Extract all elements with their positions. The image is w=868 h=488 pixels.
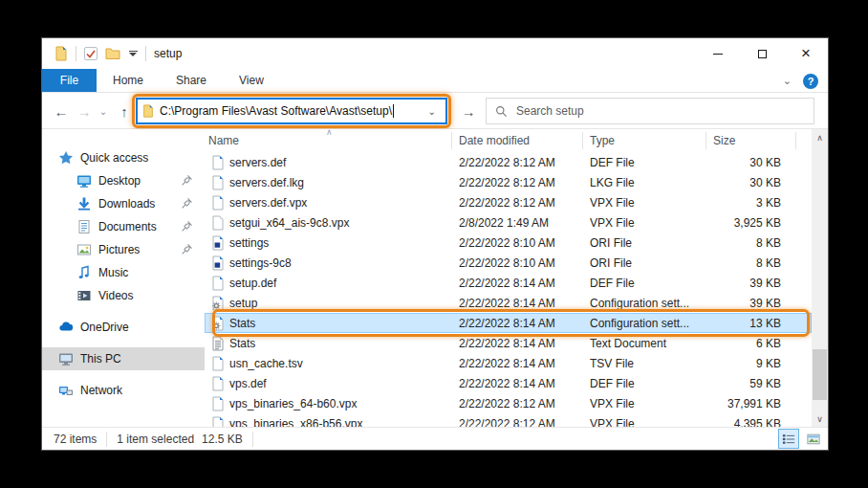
scroll-up-icon[interactable]: ∧ bbox=[812, 129, 828, 145]
file-type: VPX File bbox=[590, 417, 705, 428]
details-view-button[interactable] bbox=[778, 429, 799, 449]
file-type-icon bbox=[210, 336, 226, 351]
help-icon[interactable]: ? bbox=[803, 74, 818, 89]
file-row[interactable]: setup.def 2/22/2022 8:14 AM DEF File 39 … bbox=[205, 273, 812, 293]
tab-share[interactable]: Share bbox=[160, 69, 223, 92]
file-row[interactable]: settings 2/22/2022 8:10 AM ORI File 8 KB bbox=[205, 233, 812, 253]
file-type: VPX File bbox=[590, 397, 705, 410]
new-folder-icon[interactable] bbox=[105, 46, 120, 61]
file-row[interactable]: servers.def 2/22/2022 8:12 AM DEF File 3… bbox=[205, 152, 812, 172]
column-divider[interactable] bbox=[705, 132, 706, 149]
file-date-modified: 2/22/2022 8:14 AM bbox=[459, 297, 590, 310]
app-icon[interactable] bbox=[54, 46, 69, 61]
file-date-modified: 2/22/2022 8:14 AM bbox=[459, 277, 590, 290]
file-type: TSV File bbox=[590, 357, 705, 370]
file-row[interactable]: vps.def 2/22/2022 8:14 AM DEF File 59 KB bbox=[205, 373, 812, 393]
file-name: setgui_x64_ais-9c8.vpx bbox=[229, 216, 459, 230]
sidebar-item-icon bbox=[76, 265, 92, 280]
tab-file[interactable]: File bbox=[42, 69, 97, 92]
file-row[interactable]: servers.def.vpx 2/22/2022 8:12 AM VPX Fi… bbox=[205, 192, 812, 212]
column-header-date-modified[interactable]: Date modified bbox=[459, 134, 530, 147]
sidebar-item[interactable]: Network bbox=[42, 379, 205, 402]
forward-button[interactable]: → bbox=[73, 93, 96, 129]
sidebar-item[interactable]: Videos bbox=[42, 284, 205, 307]
sidebar-item[interactable]: Quick access bbox=[42, 146, 205, 169]
file-row[interactable]: Stats 2/22/2022 8:14 AM Configuration se… bbox=[205, 313, 812, 333]
sidebar-item[interactable]: Music bbox=[42, 261, 205, 284]
file-name: servers.def.vpx bbox=[229, 196, 459, 210]
file-type: ORI File bbox=[590, 256, 705, 270]
file-name: settings bbox=[229, 236, 459, 250]
separator bbox=[76, 46, 76, 61]
sidebar-item[interactable]: Pictures bbox=[42, 238, 205, 261]
sidebar-item-icon bbox=[58, 383, 74, 398]
column-header-name[interactable]: Name bbox=[208, 134, 239, 147]
close-icon: × bbox=[801, 44, 811, 63]
tab-view[interactable]: View bbox=[223, 69, 280, 92]
file-row[interactable]: settings-9c8 2/22/2022 8:10 AM ORI File … bbox=[205, 253, 812, 273]
pin-icon bbox=[181, 220, 193, 233]
navigation-pane: Quick access Desktop Downloads Documents bbox=[42, 129, 205, 427]
file-name: settings-9c8 bbox=[229, 256, 459, 270]
file-name: vps.def bbox=[229, 377, 459, 390]
ribbon-tab-bar: File Home Share View ⌄ ? bbox=[42, 69, 828, 93]
expand-ribbon-chevron-icon[interactable]: ⌄ bbox=[783, 75, 792, 87]
file-row[interactable]: vps_binaries_x86-b56.vpx 2/22/2022 8:12 … bbox=[205, 413, 812, 427]
file-type-icon bbox=[210, 155, 226, 170]
file-type-icon bbox=[210, 175, 226, 190]
customize-toolbar-chevron-icon[interactable] bbox=[127, 51, 139, 56]
pin-icon bbox=[181, 243, 193, 255]
tab-home[interactable]: Home bbox=[97, 69, 160, 92]
recent-locations-chevron-icon[interactable]: ⌄ bbox=[96, 93, 111, 129]
file-type-icon bbox=[210, 376, 226, 391]
selection-count: 1 item selected bbox=[107, 433, 196, 446]
column-header-type[interactable]: Type bbox=[590, 134, 615, 147]
file-type-icon bbox=[210, 276, 226, 291]
file-size: 13 KB bbox=[705, 317, 781, 330]
file-row[interactable]: setgui_x64_ais-9c8.vpx 2/8/2022 1:49 AM … bbox=[205, 212, 812, 233]
search-placeholder: Search setup bbox=[516, 104, 584, 118]
sidebar-item-icon bbox=[76, 242, 92, 257]
address-dropdown-chevron-icon[interactable]: ⌄ bbox=[423, 106, 442, 117]
file-size: 30 KB bbox=[705, 176, 781, 189]
column-divider[interactable] bbox=[795, 132, 796, 149]
file-type-icon bbox=[210, 316, 226, 331]
sidebar-item[interactable]: Documents bbox=[42, 215, 205, 238]
file-row[interactable]: setup 2/22/2022 8:14 AM Configuration se… bbox=[205, 293, 812, 313]
file-type-icon bbox=[210, 215, 226, 231]
minimize-icon bbox=[713, 54, 723, 55]
close-button[interactable]: × bbox=[784, 38, 828, 69]
sidebar-item[interactable]: Desktop bbox=[42, 169, 205, 192]
file-row[interactable]: Stats 2/22/2022 8:14 AM Text Document 6 … bbox=[205, 333, 812, 353]
column-header-size[interactable]: Size bbox=[713, 134, 735, 147]
file-type: DEF File bbox=[590, 277, 705, 290]
minimize-button[interactable] bbox=[696, 38, 740, 69]
go-to-button[interactable]: → bbox=[457, 93, 480, 129]
sidebar-item[interactable]: This PC bbox=[42, 347, 205, 370]
file-row[interactable]: vps_binaries_64-b60.vpx 2/22/2022 8:12 A… bbox=[205, 393, 812, 413]
address-bar-input[interactable]: C:\Program Files\Avast Software\Avast\se… bbox=[136, 98, 447, 124]
file-type: Configuration sett... bbox=[590, 317, 705, 330]
thumbnails-view-button[interactable] bbox=[803, 429, 824, 449]
vertical-scrollbar[interactable]: ∧ ∨ bbox=[812, 129, 828, 427]
column-divider[interactable] bbox=[582, 132, 583, 149]
file-type: ORI File bbox=[590, 236, 705, 250]
file-date-modified: 2/22/2022 8:12 AM bbox=[459, 156, 590, 169]
back-button[interactable]: ← bbox=[50, 93, 73, 129]
sidebar-item-icon bbox=[76, 173, 92, 189]
search-box[interactable]: Search setup bbox=[486, 98, 814, 124]
file-row[interactable]: servers.def.lkg 2/22/2022 8:12 AM LKG Fi… bbox=[205, 172, 812, 192]
file-row[interactable]: usn_cache.tsv 2/22/2022 8:14 AM TSV File… bbox=[205, 353, 812, 373]
main-content: Quick access Desktop Downloads Documents bbox=[42, 129, 828, 427]
properties-check-icon[interactable] bbox=[83, 46, 98, 61]
maximize-button[interactable] bbox=[740, 38, 784, 69]
sidebar-item[interactable]: Downloads bbox=[42, 192, 205, 215]
file-date-modified: 2/22/2022 8:14 AM bbox=[459, 357, 590, 370]
file-date-modified: 2/22/2022 8:12 AM bbox=[459, 196, 590, 210]
scroll-down-icon[interactable]: ∨ bbox=[812, 410, 828, 427]
sidebar-item-label: Music bbox=[98, 266, 128, 279]
window-title: setup bbox=[154, 47, 182, 60]
scrollbar-thumb[interactable] bbox=[813, 349, 827, 400]
sidebar-item[interactable]: OneDrive bbox=[42, 316, 205, 339]
column-divider[interactable] bbox=[451, 132, 452, 149]
